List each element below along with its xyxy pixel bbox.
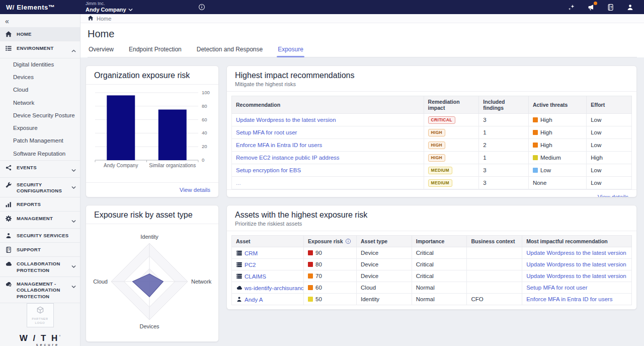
sidebar-item-digital-identities[interactable]: Digital Identities [0,58,80,71]
sidebar-item-label: Digital Identities [13,61,54,68]
asset-type-cell: Device [357,247,412,259]
partner-logo-line1: PARTNER [32,317,48,321]
recommendation-link[interactable]: Setup MFA for root user [526,285,587,291]
sidebar-item-cloud[interactable]: Cloud [0,84,80,96]
card-title: Assets with the highest exposure risk [235,211,628,220]
user-icon[interactable] [626,4,634,11]
svg-text:Devices: Devices [139,323,159,329]
list-icon [5,44,13,52]
wrench-icon [5,181,13,188]
card-organization-exposure-risk: Organization exposure risk 020406080100A… [86,65,219,197]
recommendation-link[interactable]: Enforce MFA in Entra ID for users [236,142,322,148]
exposure-risk-cell: 50 [304,294,357,305]
recommendation-link[interactable]: ... [236,180,241,186]
sidebar-item-device-security-posture[interactable]: Device Security Posture [0,109,80,122]
tab-endpoint-protection[interactable]: Endpoint Protection [128,46,183,57]
svg-text:20: 20 [202,144,207,149]
column-header-business-context: Business context [467,236,522,247]
sidebar-item-label: REPORTS [17,200,41,207]
svg-text:Cloud: Cloud [93,279,108,285]
recommendation-link[interactable]: Setup encryption for EBS [236,167,301,173]
sidebar-item-environment[interactable]: ENVIRONMENT [0,41,80,58]
security-services-icon [5,232,13,239]
svg-text:0: 0 [202,157,204,163]
info-icon[interactable] [345,238,351,244]
sidebar-item-software-reputation[interactable]: Software Reputation [0,148,80,161]
company-selector[interactable]: Jimm Inc. Andy Company [86,2,133,13]
support-icon: ? [5,246,13,253]
asset-link[interactable]: Andy A [245,297,263,303]
sidebar-item-reports[interactable]: REPORTS [0,197,80,212]
sidebar-item-support[interactable]: ?SUPPORT [0,243,80,257]
effort-cell: Low [587,126,632,139]
asset-cell: Andy A [232,294,304,305]
asset-link[interactable]: PC2 [245,262,256,268]
chevron-down-icon [71,280,76,291]
info-icon[interactable] [198,4,205,11]
active-threats-cell: Medium [528,152,586,164]
events-icon [5,164,13,171]
chevron-down-icon [71,260,76,270]
table-row: Setup MFA for root userHIGH1HighLow [232,126,632,139]
view-details-link[interactable]: View details [598,194,628,197]
megaphone-icon[interactable] [587,4,595,11]
sidebar-item-security-configurations[interactable]: SECURITY CONFIGURATIONS [0,178,80,198]
impact-badge: MEDIUM [428,179,452,187]
card-highest-impact-recommendations: Highest impact recommendations Mitigate … [226,65,637,197]
recommendation-link[interactable]: Enforce MFA in Entra ID for users [526,296,612,302]
sidebar-item-devices[interactable]: Devices [0,71,80,84]
active-threats-cell: High [528,126,586,139]
risk-level-swatch [308,250,313,255]
card-title: Organization exposure risk [94,71,210,80]
asset-link[interactable]: CRM [245,250,258,256]
recommendation-link[interactable]: Remove EC2 instance public IP address [236,155,340,161]
sidebar-item-collaboration-protection[interactable]: COLLABORATION PROTECTION [0,257,80,277]
column-header-asset: Asset [232,236,304,247]
asset-type-radar-chart: IdentityNetworkDevicesCloud [86,224,218,342]
importance-cell: Normal [412,294,467,305]
sidebar-item-label: SECURITY SERVICES [17,232,68,239]
sidebar-item-management[interactable]: MANAGEMENT [0,212,80,229]
chevron-down-icon [71,181,76,191]
table-row: CLAIMS70DeviceCriticalUpdate Wordpress t… [232,270,632,282]
recommendation-link[interactable]: Update Wordpress to the latest version [236,117,336,123]
most-impactful-recommendation-cell: Update Wordpress to the latest version [522,270,632,282]
sidebar-item-security-services[interactable]: SECURITY SERVICES [0,229,80,243]
asset-link[interactable]: ws-identify-archisurance [245,285,304,291]
threat-level-swatch [533,155,538,160]
tab-exposure[interactable]: Exposure [277,46,304,57]
column-header-included-findings: Included findings [479,96,529,114]
sidebar-item-exposure[interactable]: Exposure [0,122,80,134]
chevron-up-icon [71,44,76,55]
recommendation-link[interactable]: Update Wordpress to the latest version [526,273,626,279]
asset-cell: CLAIMS [232,270,304,282]
remediation-impact-cell: MEDIUM [424,164,479,177]
risk-level-swatch [308,285,313,290]
tab-detection-and-response[interactable]: Detection and Response [196,46,264,57]
view-details-link[interactable]: View details [180,187,210,193]
help-icon[interactable]: ? [607,4,614,11]
assets-table: AssetExposure riskAsset typeImportanceBu… [231,235,632,305]
remediation-impact-cell: CRITICAL [424,114,479,126]
sidebar-item-network[interactable]: Network [0,97,80,109]
card-exposure-risk-by-asset-type: Exposure risk by asset type IdentityNetw… [86,205,219,342]
remediation-impact-cell: HIGH [424,139,479,152]
tab-overview[interactable]: Overview [88,46,115,57]
asset-link[interactable]: CLAIMS [245,273,266,280]
sidebar-item-management-collaboration-protection[interactable]: MANAGEMENT - COLLABORATION PROTECTION [0,277,80,303]
sparkles-icon[interactable] [568,4,575,11]
sidebar-item-home[interactable]: HOME [0,27,80,41]
sidebar-collapse-button[interactable]: « [0,14,80,27]
recommendation-link[interactable]: Update Wordpress to the latest version [526,250,626,256]
recommendation-link[interactable]: Setup MFA for root user [236,129,297,135]
sidebar-item-events[interactable]: EVENTS [0,161,80,178]
breadcrumb[interactable]: Home [80,14,644,23]
registered-mark: ° [59,335,60,338]
asset-cell: CRM [232,247,304,259]
sidebar-item-patch-management[interactable]: Patch Management [0,134,80,147]
person-icon [236,296,243,303]
business-context-cell [467,270,522,282]
asset-type-cell: Identity [357,294,412,305]
impact-badge: MEDIUM [428,167,452,174]
recommendation-link[interactable]: Update Wordpress to the latest version [526,261,626,267]
